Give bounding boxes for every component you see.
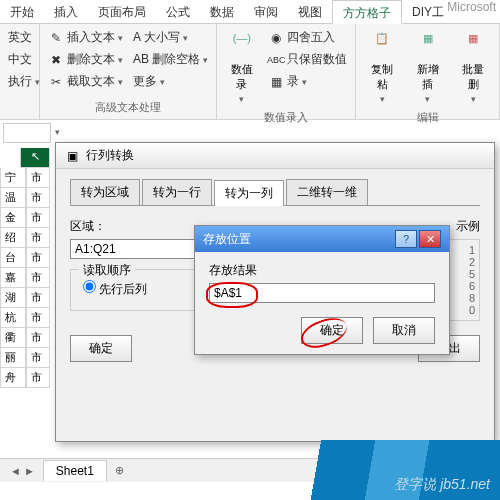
cell-a[interactable]: 嘉 xyxy=(0,268,26,288)
cell-a[interactable]: 宁 xyxy=(0,168,26,188)
lang-en[interactable]: 英文 xyxy=(6,28,33,47)
ribbon-body: 英文 中文 执行 ▾ ✎插入文本 ▾ ✖删除文本 ▾ ✂截取文本 ▾ A 大小写… xyxy=(0,24,500,120)
cursor-icon: ↖ xyxy=(20,148,50,168)
cell-b[interactable]: 市 xyxy=(26,348,50,368)
brackets-icon: (—) xyxy=(228,32,256,60)
tab-formula[interactable]: 公式 xyxy=(156,0,200,23)
region-input[interactable] xyxy=(70,239,200,259)
cell-b[interactable]: 市 xyxy=(26,188,50,208)
cell-a[interactable]: 丽 xyxy=(0,348,26,368)
cell-a[interactable]: 衢 xyxy=(0,328,26,348)
trim-btn[interactable]: AB 删除空格 ▾ xyxy=(131,50,210,69)
watermark: 登字说 jb51.net xyxy=(240,440,500,500)
cell-a[interactable]: 温 xyxy=(0,188,26,208)
group-edit-label: 编辑 xyxy=(362,108,493,125)
cell-b[interactable]: 市 xyxy=(26,368,50,388)
dialog-location-title[interactable]: 存放位置 ? ✕ xyxy=(195,226,449,252)
order-legend: 读取顺序 xyxy=(79,262,135,279)
entry-icon: ▦ xyxy=(268,74,284,90)
namebox-dropdown-icon[interactable]: ▾ xyxy=(51,123,64,143)
tab-home[interactable]: 开始 xyxy=(0,0,44,23)
tab-to-region[interactable]: 转为区域 xyxy=(70,179,140,205)
tab-data[interactable]: 数据 xyxy=(200,0,244,23)
add-sheet-icon[interactable]: ⊕ xyxy=(115,464,124,477)
extract-text[interactable]: ✂截取文本 ▾ xyxy=(46,72,125,91)
radio-row-first[interactable]: 先行后列 xyxy=(83,282,147,296)
cell-b[interactable]: 市 xyxy=(26,268,50,288)
more-btn[interactable]: 更多 ▾ xyxy=(131,72,210,91)
num-entry-big[interactable]: (—) 数值录▾ xyxy=(223,28,260,108)
radio-row-first-input[interactable] xyxy=(83,280,96,293)
round-btn[interactable]: ◉四舍五入 xyxy=(266,28,349,47)
name-box[interactable] xyxy=(3,123,51,143)
cell-a[interactable]: 杭 xyxy=(0,308,26,328)
tab-layout[interactable]: 页面布局 xyxy=(88,0,156,23)
cell-b[interactable]: 市 xyxy=(26,248,50,268)
cell-b[interactable]: 市 xyxy=(26,328,50,348)
tab-to-col[interactable]: 转为一列 xyxy=(214,180,284,206)
insert-text[interactable]: ✎插入文本 ▾ xyxy=(46,28,125,47)
tab-fangfang[interactable]: 方方格子 xyxy=(332,0,402,24)
tab-diy[interactable]: DIY工 xyxy=(402,0,454,23)
grid-icon: ▦ xyxy=(459,32,487,60)
dlg1-ok-button[interactable]: 确定 xyxy=(70,335,132,362)
dialog-rowcol-title[interactable]: ▣ 行列转换 xyxy=(56,143,494,169)
close-button[interactable]: ✕ xyxy=(419,230,441,248)
tab-view[interactable]: 视图 xyxy=(288,0,332,23)
paste-icon: 📋 xyxy=(368,32,396,60)
dlg2-cancel-button[interactable]: 取消 xyxy=(373,317,435,344)
abc-icon: ABC xyxy=(268,52,284,68)
cell-a[interactable]: 绍 xyxy=(0,228,26,248)
copy-paste-big[interactable]: 📋复制粘▾ xyxy=(362,28,402,108)
cell-b[interactable]: 市 xyxy=(26,168,50,188)
ribbon-tabs: 开始 插入 页面布局 公式 数据 审阅 视图 方方格子 DIY工 xyxy=(0,0,500,24)
cell-b[interactable]: 市 xyxy=(26,308,50,328)
add-icon: ▦ xyxy=(414,32,442,60)
dlg2-ok-button[interactable]: 确定 xyxy=(301,317,363,344)
keep-num-btn[interactable]: ABC只保留数值 xyxy=(266,50,349,69)
batch-del-big[interactable]: ▦批量删▾ xyxy=(453,28,493,108)
cell-a[interactable]: 台 xyxy=(0,248,26,268)
app-title: Microsoft xyxy=(447,0,496,14)
tab-review[interactable]: 审阅 xyxy=(244,0,288,23)
cell-a[interactable]: 湖 xyxy=(0,288,26,308)
result-input[interactable] xyxy=(209,283,435,303)
insert-icon: ✎ xyxy=(48,30,64,46)
sheet-tab-1[interactable]: Sheet1 xyxy=(43,460,107,481)
cell-b[interactable]: 市 xyxy=(26,208,50,228)
help-button[interactable]: ? xyxy=(395,230,417,248)
result-label: 存放结果 xyxy=(209,262,435,279)
group-num-label: 数值录入 xyxy=(223,108,349,125)
delete-text[interactable]: ✖删除文本 ▾ xyxy=(46,50,125,69)
tab-insert[interactable]: 插入 xyxy=(44,0,88,23)
grid-rows[interactable]: 宁 温 金 绍 台 嘉 湖 杭 衢 丽 舟 市 市 市 市 市 市 市 市 市 … xyxy=(0,168,50,388)
tab-2d-1d[interactable]: 二维转一维 xyxy=(286,179,368,205)
dialog-location: 存放位置 ? ✕ 存放结果 确定 取消 xyxy=(194,225,450,355)
app-icon: ▣ xyxy=(64,148,80,164)
cell-a[interactable]: 舟 xyxy=(0,368,26,388)
delete-icon: ✖ xyxy=(48,52,64,68)
sheet-nav[interactable]: ◄ ► xyxy=(10,465,35,477)
dlg1-tabs: 转为区域 转为一行 转为一列 二维转一维 xyxy=(70,179,480,206)
round-icon: ◉ xyxy=(268,30,284,46)
group-text-label: 高级文本处理 xyxy=(46,98,210,115)
cell-a[interactable]: 金 xyxy=(0,208,26,228)
tab-to-row[interactable]: 转为一行 xyxy=(142,179,212,205)
entry-btn[interactable]: ▦录 ▾ xyxy=(266,72,349,91)
exec[interactable]: 执行 ▾ xyxy=(6,72,33,91)
cut-icon: ✂ xyxy=(48,74,64,90)
cell-b[interactable]: 市 xyxy=(26,228,50,248)
cell-b[interactable]: 市 xyxy=(26,288,50,308)
lang-cn[interactable]: 中文 xyxy=(6,50,33,69)
add-insert-big[interactable]: ▦新增插▾ xyxy=(408,28,448,108)
case-btn[interactable]: A 大小写 ▾ xyxy=(131,28,210,47)
worksheet-grid[interactable]: ↖ xyxy=(0,148,50,168)
